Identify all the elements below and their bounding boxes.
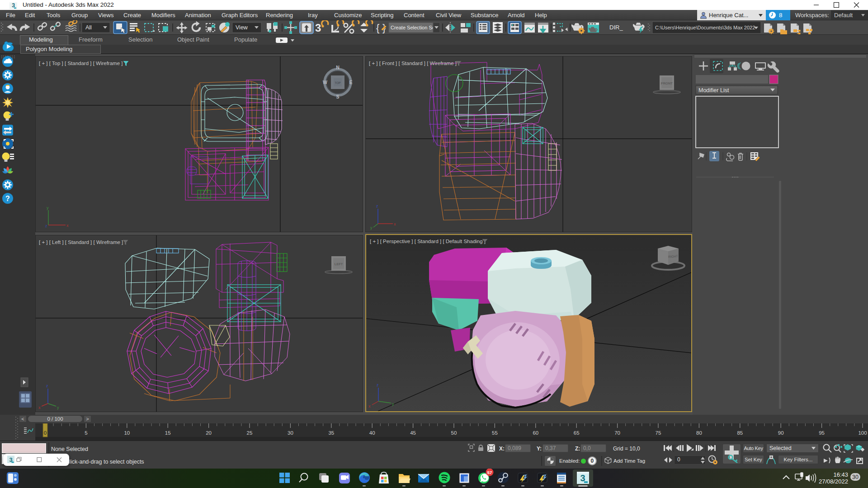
svg-text:90: 90 xyxy=(778,430,784,436)
svg-text:x: x xyxy=(38,405,41,410)
svg-text:TOP: TOP xyxy=(335,81,340,84)
svg-text:DIR_: DIR_ xyxy=(609,24,623,31)
svg-text:50: 50 xyxy=(451,430,457,436)
svg-text:z: z xyxy=(377,383,379,387)
svg-text:LEFT: LEFT xyxy=(335,262,343,266)
svg-text:5: 5 xyxy=(85,430,87,436)
svg-text:z: z xyxy=(45,224,47,228)
svg-text:70: 70 xyxy=(614,430,620,436)
svg-text:95: 95 xyxy=(819,430,825,436)
svg-text:40: 40 xyxy=(369,430,375,436)
svg-text:80: 80 xyxy=(696,430,702,436)
svg-text:x: x xyxy=(368,404,371,408)
svg-text:45: 45 xyxy=(410,430,416,436)
svg-text:30: 30 xyxy=(852,474,859,480)
svg-text:25: 25 xyxy=(247,430,253,436)
svg-text:Modifier List: Modifier List xyxy=(698,87,729,94)
svg-text:FRONT: FRONT xyxy=(661,81,673,85)
svg-text:C:\Users\Henrique\Documents\3d: C:\Users\Henrique\Documents\3ds Max 2022 xyxy=(655,25,755,30)
svg-text:View: View xyxy=(236,24,248,31)
svg-text:z: z xyxy=(376,204,378,208)
svg-text:75: 75 xyxy=(656,430,661,436)
svg-text:y: y xyxy=(392,402,394,406)
svg-text:100: 100 xyxy=(858,430,867,436)
svg-text:15: 15 xyxy=(165,430,171,436)
svg-text:x: x xyxy=(394,222,396,226)
svg-text:{: { xyxy=(376,22,379,33)
svg-text:16:43: 16:43 xyxy=(833,471,848,478)
svg-text:W: W xyxy=(323,80,327,85)
svg-text:y: y xyxy=(47,206,49,210)
svg-text:65: 65 xyxy=(574,430,580,436)
svg-text:N: N xyxy=(336,65,340,70)
svg-text:0: 0 xyxy=(44,430,47,436)
svg-text:S: S xyxy=(336,94,339,99)
svg-text:E: E xyxy=(349,80,352,85)
svg-text:?: ? xyxy=(5,195,10,202)
svg-text:27/08/2022: 27/08/2022 xyxy=(819,478,848,485)
svg-text:30: 30 xyxy=(288,430,293,436)
svg-text:35: 35 xyxy=(328,430,334,436)
svg-text:20: 20 xyxy=(206,430,212,436)
svg-text:10: 10 xyxy=(124,430,130,436)
svg-text:All: All xyxy=(85,24,92,31)
svg-text:Create Selection Se: Create Selection Se xyxy=(391,25,435,30)
svg-text:3: 3 xyxy=(315,22,321,34)
svg-text:y: y xyxy=(370,225,373,230)
svg-text:y: y xyxy=(57,405,59,410)
svg-text:x: x xyxy=(66,223,69,228)
svg-text:55: 55 xyxy=(492,430,498,436)
svg-text:85: 85 xyxy=(737,430,743,436)
svg-text:z: z xyxy=(46,384,48,388)
svg-text:60: 60 xyxy=(533,430,538,436)
svg-text:57: 57 xyxy=(487,470,492,475)
